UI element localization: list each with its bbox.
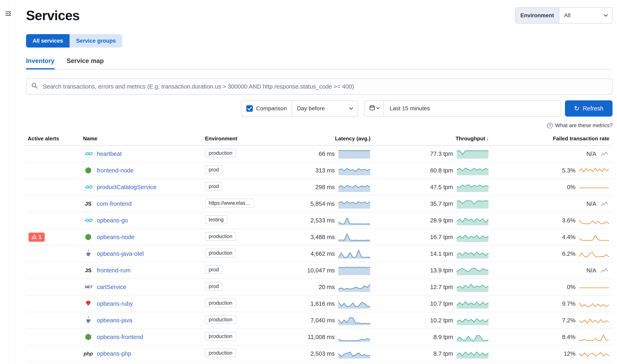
environment-filter-label: Environment xyxy=(516,8,559,23)
comparison-control: Comparison Day before xyxy=(241,100,358,117)
nodejs-agent-icon xyxy=(85,167,91,174)
refresh-button[interactable]: ↻ Refresh xyxy=(565,100,613,117)
environment-cell: production xyxy=(203,249,304,259)
services-view-toggle: All services Service groups xyxy=(26,34,122,48)
service-link[interactable]: heartbeat xyxy=(97,151,122,157)
latency-sparkline xyxy=(338,198,370,209)
help-icon: ? xyxy=(547,123,553,128)
environment-cell: production xyxy=(203,332,304,342)
latency-cell: 66 ms xyxy=(304,148,372,159)
service-link[interactable]: opbeans-java-otel xyxy=(97,250,144,257)
latency-value: 7,040 ms xyxy=(311,317,335,324)
service-link[interactable]: productCatalogService xyxy=(97,184,156,191)
metrics-help-label: What are these metrics? xyxy=(555,122,613,129)
controls-row: Comparison Day before Last 15 minutes xyxy=(26,100,613,117)
environment-badge: production xyxy=(205,149,236,157)
comparison-checkbox[interactable] xyxy=(246,105,253,112)
service-link[interactable]: cartService xyxy=(97,284,126,290)
throughput-value: 8.7 tpm xyxy=(433,351,453,357)
active-alerts-count: 1 xyxy=(39,234,41,240)
what-are-these-metrics-link[interactable]: ? What are these metrics? xyxy=(26,122,613,129)
column-header-environment[interactable]: Environment xyxy=(203,135,304,142)
tab-service-map[interactable]: Service map xyxy=(67,57,104,69)
all-services-button[interactable]: All services xyxy=(26,34,69,48)
service-groups-button[interactable]: Service groups xyxy=(69,34,122,48)
php-agent-icon: php xyxy=(83,351,93,357)
latency-cell: 7,040 ms xyxy=(304,315,372,325)
active-alerts-badge[interactable]: 1 xyxy=(28,233,45,242)
service-link[interactable]: opbeans-ruby xyxy=(97,300,133,307)
no-data-chart-icon xyxy=(600,201,609,207)
latency-value: 66 ms xyxy=(319,151,335,157)
tab-inventory[interactable]: Inventory xyxy=(26,57,55,69)
throughput-cell: 28.9 tpm xyxy=(372,215,491,226)
environment-badge: prod xyxy=(205,265,222,274)
throughput-sparkline xyxy=(456,182,489,192)
failed-rate-cell: N/A xyxy=(491,200,613,207)
throughput-sparkline xyxy=(456,198,489,209)
warning-triangle-icon xyxy=(32,234,37,241)
name-cell: opbeans-java-otel xyxy=(81,249,203,258)
latency-value: 1,616 ms xyxy=(311,300,335,307)
service-link[interactable]: opbeans-php xyxy=(97,351,131,357)
failed-rate-cell: 5.3% xyxy=(491,165,613,176)
throughput-value: 35.7 tpm xyxy=(430,200,453,207)
throughput-value: 10.2 tpm xyxy=(430,317,453,324)
time-range-field[interactable]: Last 15 minutes xyxy=(384,101,561,116)
expand-menu-button[interactable] xyxy=(4,10,13,19)
throughput-sparkline xyxy=(456,332,489,342)
time-picker: Last 15 minutes xyxy=(364,100,561,117)
nodejs-agent-icon xyxy=(85,234,91,240)
no-data-chart-icon xyxy=(600,268,609,273)
environment-cell: prod xyxy=(203,282,304,292)
table-row: 1 opbeans-node production 3,488 ms 16.7 … xyxy=(26,229,613,246)
failed-rate-cell: 0% xyxy=(491,182,613,192)
chevron-down-icon xyxy=(376,106,379,109)
throughput-value: 13.9 tpm xyxy=(430,267,453,274)
service-link[interactable]: frontend-rum xyxy=(97,267,131,274)
environment-filter: Environment All xyxy=(515,7,613,24)
failed-rate-value: 5.3% xyxy=(562,167,576,174)
environment-cell: https://www.elas… xyxy=(203,199,304,209)
comparison-select-value: Day before xyxy=(297,105,325,112)
column-header-failed-rate[interactable]: Failed transaction rate xyxy=(491,135,613,142)
table-row: -GO heartbeat production 66 ms 77.3 tpm … xyxy=(26,146,613,162)
service-link[interactable]: opbeans-frontend xyxy=(97,334,143,340)
throughput-sparkline xyxy=(456,299,489,309)
search-input[interactable] xyxy=(42,83,607,91)
latency-sparkline xyxy=(338,299,370,309)
failed-rate-value: N/A xyxy=(587,151,596,157)
table-row: -GO productCatalogService prod 298 ms 47… xyxy=(26,179,613,195)
column-header-latency[interactable]: Latency (avg.) xyxy=(304,135,372,142)
column-header-name[interactable]: Name xyxy=(81,135,203,142)
agent-icon-wrapper: JS xyxy=(83,201,94,207)
table-row: JS frontend-rum prod 10,047 ms 13.9 tpm … xyxy=(26,262,613,279)
latency-value: 4,662 ms xyxy=(311,250,335,257)
services-table-body: -GO heartbeat production 66 ms 77.3 tpm … xyxy=(26,146,613,362)
agent-icon-wrapper xyxy=(83,234,94,240)
failed-rate-value: N/A xyxy=(587,200,596,207)
service-link[interactable]: frontend-node xyxy=(97,167,134,174)
latency-sparkline xyxy=(338,215,370,226)
column-header-throughput[interactable]: Throughput↓ xyxy=(372,135,491,142)
name-cell: JS com-frontend xyxy=(81,200,203,207)
time-picker-calendar-button[interactable] xyxy=(364,101,384,116)
throughput-cell: 60.8 tpm xyxy=(372,165,491,176)
environment-badge: testing xyxy=(205,215,227,224)
service-link[interactable]: opbeans-java xyxy=(97,317,132,324)
service-link[interactable]: com-frontend xyxy=(97,200,132,207)
name-cell: php opbeans-php xyxy=(81,351,203,357)
failed-rate-cell: N/A xyxy=(491,267,613,274)
service-link[interactable]: opbeans-node xyxy=(97,234,134,240)
sort-desc-icon: ↓ xyxy=(486,136,489,141)
throughput-sparkline xyxy=(456,248,489,259)
environment-cell: production xyxy=(203,299,304,309)
latency-sparkline xyxy=(338,315,370,325)
refresh-label: Refresh xyxy=(583,105,603,112)
environment-select[interactable]: All xyxy=(559,8,612,23)
throughput-value: 10.7 tpm xyxy=(430,300,453,307)
environment-badge: prod xyxy=(205,282,222,291)
service-link[interactable]: opbeans-go xyxy=(97,217,128,224)
comparison-select[interactable]: Day before xyxy=(292,101,357,116)
environment-cell: prod xyxy=(203,182,304,192)
